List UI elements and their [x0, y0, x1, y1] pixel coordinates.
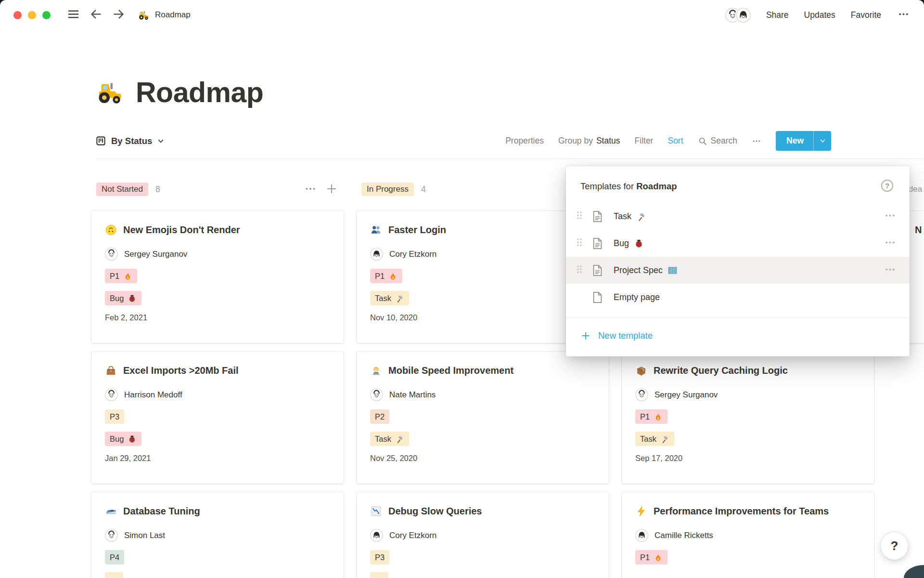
- breadcrumb-title: Roadmap: [155, 10, 191, 20]
- board-card[interactable]: New Emojis Don't Render Sergey Surganov …: [91, 211, 344, 343]
- card-title: Excel Imports >20Mb Fail: [123, 363, 239, 378]
- column-status-chip[interactable]: In Progress: [361, 183, 414, 196]
- ellipsis-icon: [752, 136, 761, 146]
- card-person: Cory Etzkorn: [370, 529, 595, 542]
- search-label: Search: [711, 136, 737, 146]
- topbar: Roadmap Share Updates Favorite: [0, 0, 924, 30]
- favorite-button[interactable]: Favorite: [851, 9, 881, 21]
- card-date: Feb 2, 2021: [105, 313, 330, 322]
- column-more-button[interactable]: [303, 182, 318, 197]
- person-name: Sergey Surganov: [124, 250, 187, 259]
- badge-label: Task: [375, 434, 391, 444]
- template-more-button[interactable]: [883, 209, 897, 224]
- hammer-icon: [636, 211, 646, 222]
- minimize-window-button[interactable]: [28, 11, 36, 19]
- card-tag-badge: Bug: [105, 432, 141, 446]
- avatar-woman-icon: [370, 529, 383, 542]
- breadcrumb[interactable]: Roadmap: [138, 9, 191, 21]
- group-by-button[interactable]: Group by Status: [558, 136, 620, 146]
- tractor-icon[interactable]: [95, 78, 124, 107]
- sort-button[interactable]: Sort: [667, 136, 683, 146]
- card-person: Nate Martins: [370, 388, 595, 401]
- forward-button[interactable]: [110, 6, 127, 24]
- card-title: Debug Slow Queries: [388, 504, 482, 519]
- fire-icon: [654, 553, 663, 562]
- svg-text:?: ?: [885, 182, 889, 190]
- search-button[interactable]: Search: [698, 136, 737, 146]
- collaborator-avatars[interactable]: [725, 8, 751, 23]
- menu-icon: [67, 8, 80, 21]
- hammer-icon: [395, 294, 404, 303]
- hammer-icon: [395, 434, 404, 444]
- card-person: Harrison Medoff: [105, 388, 330, 401]
- new-button[interactable]: New: [776, 131, 831, 151]
- card-tag-badge: Task: [370, 291, 409, 305]
- avatar-man-icon: [635, 388, 648, 401]
- ladybug-icon: [634, 238, 644, 249]
- person-name: Simon Last: [124, 531, 165, 540]
- search-icon: [698, 136, 707, 146]
- filter-button[interactable]: Filter: [635, 136, 654, 146]
- notion-window: Roadmap Share Updates Favorite Roadmap B…: [0, 0, 924, 578]
- avatar-man-icon: [370, 388, 383, 401]
- card-title-row: N: [915, 223, 924, 237]
- board-card[interactable]: Debug Slow Queries Cory Etzkorn P3: [357, 492, 609, 578]
- template-more-button[interactable]: [883, 236, 897, 251]
- template-item-project-spec[interactable]: Project Spec: [566, 257, 910, 284]
- card-title-row: Faster Login: [370, 223, 595, 237]
- board-card[interactable]: Database Tuning Simon Last P4: [91, 492, 344, 578]
- page-title[interactable]: Roadmap: [136, 76, 263, 109]
- board-card[interactable]: Excel Imports >20Mb Fail Harrison Medoff…: [91, 352, 344, 484]
- card-tag-badge: P3: [370, 550, 389, 565]
- drag-handle-icon[interactable]: [574, 263, 591, 277]
- card-tag-badge: [105, 572, 123, 578]
- fire-icon: [654, 412, 663, 421]
- board-card[interactable]: Rewrite Query Caching Logic Sergey Surga…: [622, 352, 874, 484]
- chevron-down-icon: [157, 137, 165, 145]
- plus-icon: [580, 330, 591, 341]
- expand-window-button[interactable]: [42, 11, 51, 19]
- template-label: Bug: [614, 238, 629, 249]
- avatar-man-icon: [105, 388, 118, 401]
- badge-label: P3: [375, 553, 385, 562]
- new-template-label: New template: [598, 330, 653, 341]
- new-template-button[interactable]: New template: [566, 318, 910, 354]
- board-card[interactable]: Performance Improvements for Teams Camil…: [622, 492, 874, 578]
- card-person: Sergey Surganov: [105, 248, 330, 261]
- document-page-icon: [591, 237, 604, 250]
- templates-help-button[interactable]: ?: [880, 179, 894, 194]
- hammer-icon: [660, 434, 669, 444]
- template-item-empty-page[interactable]: Empty page: [566, 284, 910, 311]
- template-more-button[interactable]: [883, 263, 897, 278]
- column-status-chip[interactable]: Not Started: [96, 183, 148, 196]
- view-switcher[interactable]: By Status: [95, 135, 165, 146]
- woman-technologist-icon: [370, 363, 382, 377]
- help-button[interactable]: ?: [881, 532, 908, 560]
- card-title-row: Excel Imports >20Mb Fail: [105, 363, 330, 378]
- card-tag-badge: P2: [370, 409, 389, 424]
- card-person: Camille Ricketts: [635, 529, 860, 542]
- card-title-row: Rewrite Query Caching Logic: [635, 363, 860, 378]
- close-window-button[interactable]: [13, 11, 22, 19]
- card-title: N: [915, 223, 922, 237]
- view-toolbar: By Status Properties Group by Status Fil…: [95, 131, 924, 159]
- help-circle-icon: ?: [880, 179, 894, 193]
- drag-handle-icon[interactable]: [574, 210, 591, 223]
- ladybug-icon: [128, 294, 137, 303]
- properties-button[interactable]: Properties: [505, 136, 544, 146]
- sidebar-menu-button[interactable]: [65, 6, 82, 24]
- badge-label: P1: [640, 553, 650, 562]
- share-button[interactable]: Share: [766, 9, 789, 21]
- new-dropdown-button[interactable]: [814, 137, 831, 144]
- updates-button[interactable]: Updates: [804, 9, 835, 21]
- card-tag-badge: P1: [105, 269, 137, 283]
- column-add-card-button[interactable]: [324, 182, 339, 197]
- blank-page-icon: [591, 291, 604, 304]
- drag-handle-icon[interactable]: [574, 236, 591, 250]
- back-button[interactable]: [88, 6, 104, 24]
- more-actions-button[interactable]: [897, 7, 911, 23]
- view-more-button[interactable]: [752, 136, 761, 146]
- template-item-bug[interactable]: Bug: [566, 230, 910, 257]
- template-item-task[interactable]: Task: [566, 203, 910, 230]
- board-card[interactable]: Mobile Speed Improvement Nate Martins P2…: [357, 352, 609, 484]
